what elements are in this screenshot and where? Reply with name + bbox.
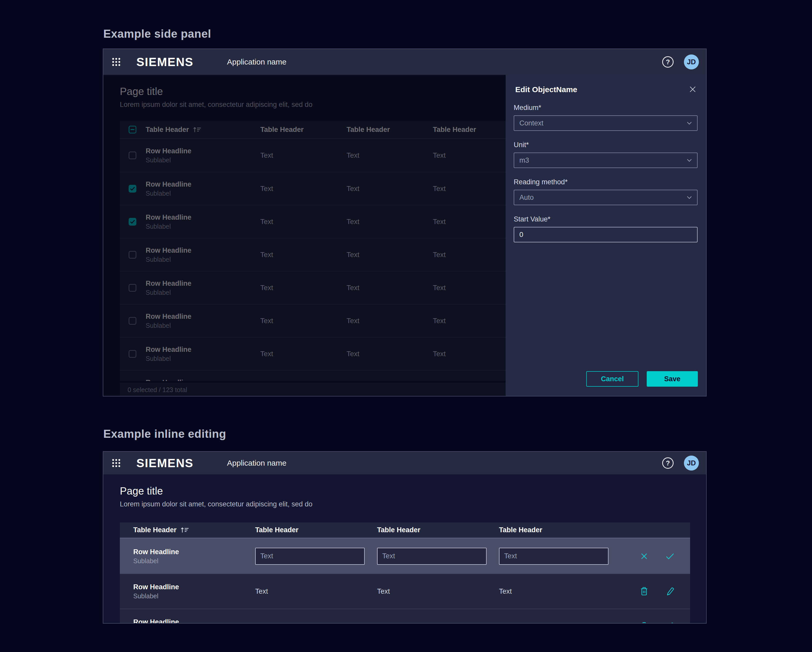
siemens-logo: SIEMENS: [136, 456, 194, 470]
table-cell: Text: [499, 623, 621, 624]
table-body: Row Headline Sublabel: [120, 538, 690, 624]
row-headline: Row Headline: [133, 618, 255, 624]
page-title: Page title: [120, 485, 163, 497]
form-field-start-value: Start Value*: [514, 215, 698, 242]
table-cell: Text: [499, 588, 621, 596]
table-header-row: Table Header Table Header Table Header T…: [120, 523, 690, 538]
delete-row-button[interactable]: [639, 586, 649, 597]
section-title-side-panel: Example side panel: [103, 27, 211, 40]
trash-icon: [640, 586, 649, 596]
medium-select[interactable]: Context: [514, 115, 698, 131]
app-switcher-icon[interactable]: [111, 56, 122, 68]
column-header[interactable]: Table Header: [255, 526, 377, 534]
form-field-unit: Unit* m3: [514, 141, 698, 168]
design-spec-page: Example side panel SIEMENS Application n…: [0, 0, 812, 652]
help-icon[interactable]: ?: [662, 56, 673, 68]
help-icon[interactable]: ?: [662, 457, 673, 469]
form-field-reading-method: Reading method* Auto: [514, 178, 698, 205]
cell-edit-input[interactable]: [377, 548, 487, 565]
pencil-icon: [665, 622, 675, 624]
table-cell: Text: [377, 588, 499, 596]
field-label: Reading method*: [514, 178, 698, 186]
avatar[interactable]: JD: [684, 455, 699, 471]
application-name: Application name: [227, 58, 286, 66]
close-icon[interactable]: [687, 84, 698, 94]
select-value: Auto: [519, 193, 534, 202]
side-panel-example-window: SIEMENS Application name ? JD Page title…: [103, 49, 707, 396]
table-row-editing: Row Headline Sublabel: [120, 538, 690, 574]
chevron-down-icon: [687, 159, 692, 162]
edit-side-panel: Edit ObjectName Medium* Context Unit* m3: [506, 75, 706, 396]
table-row: Row Headline Sublabel Text Text Text: [120, 574, 690, 609]
start-value-input[interactable]: [514, 227, 697, 242]
column-header[interactable]: Table Header: [377, 526, 499, 534]
avatar[interactable]: JD: [684, 55, 699, 69]
cell-edit-input[interactable]: [499, 548, 609, 565]
column-header[interactable]: Table Header: [120, 526, 255, 534]
table-row: Row Headline Sublabel Text Text Text: [120, 609, 690, 624]
table-cell: Text: [377, 623, 499, 624]
app-switcher-icon[interactable]: [111, 457, 122, 469]
save-button[interactable]: Save: [647, 371, 698, 387]
panel-title: Edit ObjectName: [515, 85, 577, 94]
field-label: Unit*: [514, 141, 698, 149]
select-value: m3: [519, 157, 529, 165]
chevron-down-icon: [687, 196, 692, 199]
app-header-bar: SIEMENS Application name ? JD: [103, 49, 706, 75]
page-content: Page title Lorem ipsum dolor sit amet, c…: [103, 474, 706, 623]
column-header[interactable]: Table Header: [499, 526, 621, 534]
siemens-logo: SIEMENS: [136, 55, 194, 69]
field-label: Medium*: [514, 104, 698, 112]
table-cell: Text: [255, 623, 377, 624]
delete-row-button[interactable]: [639, 621, 649, 624]
select-value: Context: [519, 119, 543, 127]
cell-edit-input[interactable]: [255, 548, 365, 565]
checkmark-icon: [665, 553, 674, 560]
row-sublabel: Sublabel: [133, 557, 255, 565]
cancel-button[interactable]: Cancel: [586, 371, 638, 387]
table-cell: Text: [255, 588, 377, 596]
edit-row-button[interactable]: [665, 621, 675, 624]
inline-editing-example-window: SIEMENS Application name ? JD Page title…: [103, 451, 707, 624]
trash-icon: [640, 622, 649, 624]
sort-ascending-icon: [180, 526, 189, 533]
row-headline: Row Headline: [133, 583, 255, 591]
pencil-icon: [665, 586, 675, 596]
inline-edit-table: Table Header Table Header Table Header T…: [120, 523, 690, 624]
application-name: Application name: [227, 459, 286, 468]
field-label: Start Value*: [514, 215, 698, 223]
section-title-inline-editing: Example inline editing: [103, 427, 226, 440]
close-x-icon: [640, 552, 648, 561]
page-subtitle: Lorem ipsum dolor sit amet, consectetur …: [120, 500, 313, 508]
discard-edit-button[interactable]: [639, 551, 649, 561]
reading-method-select[interactable]: Auto: [514, 190, 698, 205]
app-header-bar: SIEMENS Application name ? JD: [103, 452, 706, 474]
row-headline: Row Headline: [133, 548, 255, 556]
chevron-down-icon: [687, 122, 692, 125]
row-sublabel: Sublabel: [133, 592, 255, 600]
unit-select[interactable]: m3: [514, 152, 698, 168]
confirm-edit-button[interactable]: [665, 551, 675, 561]
form-field-medium: Medium* Context: [514, 104, 698, 131]
edit-row-button[interactable]: [665, 586, 675, 597]
